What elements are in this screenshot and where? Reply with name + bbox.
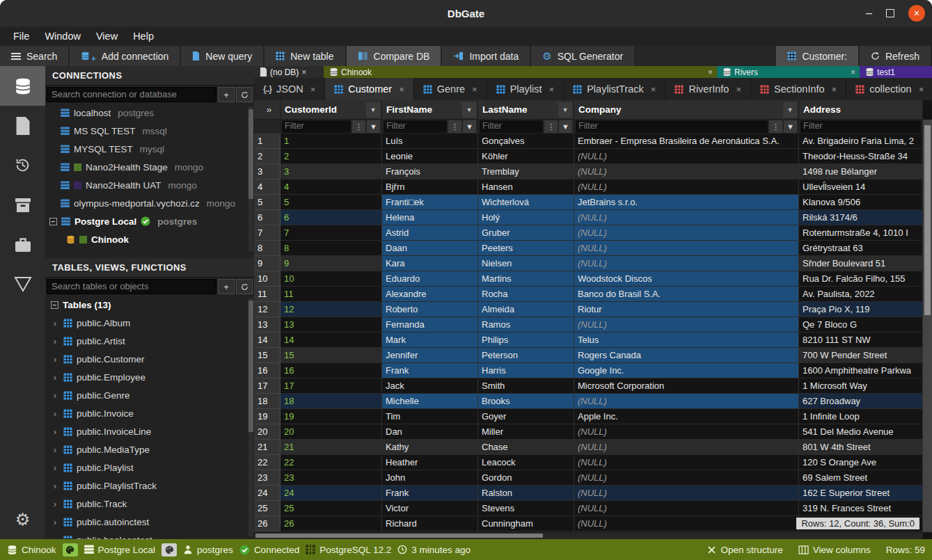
grid-cell[interactable]: Grétrystraat 63 [799, 241, 923, 256]
grid-cell[interactable]: Gonçalves [478, 134, 574, 149]
table-item-public-playlisttrack[interactable]: ›public.PlaylistTrack [45, 477, 254, 495]
connection-color-button[interactable] [161, 543, 177, 557]
grid-cell[interactable]: 22 [281, 455, 382, 470]
grid-cell[interactable]: 18 [281, 394, 382, 409]
grid-cell[interactable]: Holý [478, 210, 574, 225]
table-item-public-artist[interactable]: ›public.Artist [45, 332, 254, 350]
grid-cell[interactable]: Martins [478, 271, 574, 287]
grid-cell[interactable]: Kathy [382, 440, 478, 455]
grid-cell[interactable]: Microsoft Corporation [574, 378, 799, 394]
grid-cell[interactable]: Almeida [478, 302, 574, 317]
sidebar-item-database[interactable] [0, 66, 45, 106]
chevron-right-icon[interactable]: › [51, 481, 59, 491]
menu-item-help[interactable]: Help [125, 31, 161, 42]
row-number[interactable]: 19 [254, 409, 281, 424]
grid-cell[interactable]: (NULL) [574, 210, 799, 225]
sidebar-item-archive[interactable] [0, 185, 45, 225]
chevron-right-icon[interactable]: › [51, 408, 59, 419]
grid-cell[interactable]: Google Inc. [574, 363, 799, 378]
grid-cell[interactable]: Hansen [478, 179, 574, 195]
row-number[interactable]: 14 [254, 333, 281, 348]
add-connection-plus-button[interactable]: + [218, 87, 235, 102]
close-icon[interactable]: × [399, 84, 404, 95]
view-columns-button[interactable]: View columns [798, 545, 871, 555]
table-item-public-track[interactable]: ›public.Track [45, 495, 254, 513]
db-tab-rivers[interactable]: Rivers× [717, 66, 860, 78]
close-icon[interactable]: × [919, 84, 924, 95]
grid-cell[interactable]: Klanova 9/506 [799, 195, 923, 210]
tab-playlisttrack[interactable]: PlaylistTrack× [564, 78, 665, 100]
table-item-public-invoice[interactable]: ›public.Invoice [45, 404, 254, 422]
grid-cell[interactable]: Gruber [478, 225, 574, 241]
grid-cell[interactable]: Miller [478, 424, 574, 440]
grid-cell[interactable]: Bjřrn [382, 179, 478, 195]
grid-cell[interactable]: 26 [281, 516, 382, 531]
grid-cell[interactable]: Köhler [478, 149, 574, 164]
grid-cell[interactable]: Frank [382, 486, 478, 501]
menu-item-file[interactable]: File [6, 31, 37, 42]
row-number[interactable]: 20 [254, 424, 281, 440]
row-number[interactable]: 15 [254, 348, 281, 363]
row-number[interactable]: 13 [254, 317, 281, 333]
row-number[interactable]: 10 [254, 271, 281, 287]
grid-cell[interactable]: Eduardo [382, 271, 478, 287]
grid-cell[interactable]: 19 [281, 409, 382, 424]
close-button[interactable]: × [908, 5, 925, 22]
menu-item-window[interactable]: Window [37, 31, 88, 42]
grid-cell[interactable]: Rilská 3174/6 [799, 210, 923, 225]
row-number[interactable]: 25 [254, 501, 281, 516]
row-number[interactable]: 24 [254, 486, 281, 501]
row-number[interactable]: 2 [254, 149, 281, 164]
grid-cell[interactable]: Heather [382, 455, 478, 470]
grid-cell[interactable]: Theodor-Heuss-Straße 34 [799, 149, 923, 164]
table-item-public-genre[interactable]: ›public.Genre [45, 386, 254, 404]
grid-cell[interactable]: Ullevĺlsveien 14 [799, 179, 923, 195]
row-number[interactable]: 8 [254, 241, 281, 256]
add-connection-button[interactable]: +Add connection [70, 46, 181, 66]
chevron-right-icon[interactable]: › [51, 336, 59, 346]
grid-cell[interactable]: (NULL) [574, 455, 799, 470]
new-query-button[interactable]: New query [181, 46, 264, 66]
grid-cell[interactable]: Luís [382, 134, 478, 149]
table-item-public-playlist[interactable]: ›public.Playlist [45, 458, 254, 477]
grid-cell[interactable]: 23 [281, 470, 382, 486]
grid-cell[interactable]: JetBrains s.r.o. [574, 195, 799, 210]
grid-cell[interactable]: Peeters [478, 241, 574, 256]
grid-cell[interactable]: Victor [382, 501, 478, 516]
tab-collection[interactable]: collection× [846, 78, 932, 100]
filter-input[interactable]: Filter [480, 120, 543, 133]
grid-cell[interactable]: 11 [281, 287, 382, 302]
grid-cell[interactable]: Rotenturmstraße 4, 1010 I [799, 225, 923, 241]
connection-item-postgre-local[interactable]: −Postgre Localpostgres [45, 212, 254, 230]
chevron-right-icon[interactable]: › [51, 354, 59, 365]
refresh-button[interactable]: Refresh [860, 46, 932, 66]
grid-cell[interactable]: (NULL) [574, 486, 799, 501]
filter-menu-button[interactable]: ⋮ [769, 120, 782, 133]
grid-cell[interactable]: (NULL) [574, 241, 799, 256]
sidebar-item-history[interactable] [0, 145, 45, 185]
tables-refresh-button[interactable] [236, 279, 253, 294]
tab-genre[interactable]: Genre× [414, 78, 487, 100]
grid-cell[interactable]: 5 [281, 195, 382, 210]
row-number[interactable]: 7 [254, 225, 281, 241]
grid-cell[interactable]: 69 Salem Street [799, 470, 923, 486]
grid-cell[interactable]: 4 [281, 179, 382, 195]
close-icon[interactable]: × [472, 84, 477, 95]
grid-cell[interactable]: Jennifer [382, 348, 478, 363]
chevron-right-icon[interactable]: › [51, 517, 59, 527]
grid-cell[interactable]: Philips [478, 333, 574, 348]
close-icon[interactable]: × [832, 84, 837, 95]
filter-menu-button[interactable]: ⋮ [352, 120, 365, 133]
row-number[interactable]: 16 [254, 363, 281, 378]
row-number[interactable]: 5 [254, 195, 281, 210]
column-header-company[interactable]: Company▾ [574, 100, 799, 120]
grid-cell[interactable]: Astrid [382, 225, 478, 241]
column-header-lastname[interactable]: LastName▾ [478, 100, 574, 120]
search-button[interactable]: Search [0, 46, 70, 66]
chevron-right-icon[interactable]: › [51, 426, 59, 437]
grid-cell[interactable]: Goyer [478, 409, 574, 424]
row-number[interactable]: 3 [254, 164, 281, 179]
filter-funnel-button[interactable]: ▼ [784, 120, 797, 133]
grid-cell[interactable]: Jack [382, 378, 478, 394]
grid-cell[interactable]: Leacock [478, 455, 574, 470]
